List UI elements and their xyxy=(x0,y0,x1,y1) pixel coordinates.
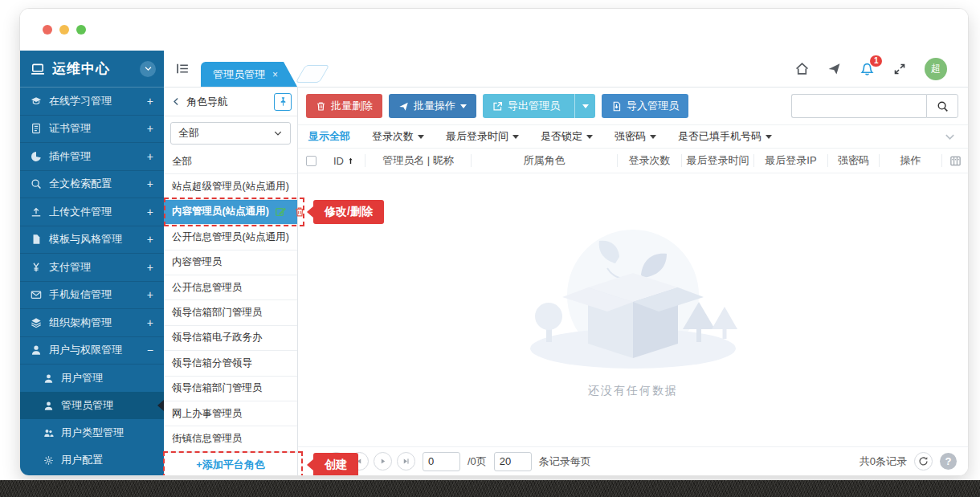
sidebar-subitem-label: 用户配置 xyxy=(61,453,103,467)
role-item[interactable]: 领导信箱电子政务办 xyxy=(164,326,297,351)
sidebar-item-payment[interactable]: 支付管理 + xyxy=(20,254,164,282)
filter-collapse-chevron[interactable] xyxy=(931,125,968,148)
page-number-input[interactable] xyxy=(423,452,460,471)
select-all-checkbox[interactable] xyxy=(306,156,316,166)
role-item[interactable]: 街镇信息管理员 xyxy=(164,426,297,451)
notification-badge: 1 xyxy=(870,55,882,67)
role-item[interactable]: 公开信息管理员(站点通用) xyxy=(164,225,297,250)
role-item[interactable]: 网上办事管理员 xyxy=(164,401,297,426)
envelope-icon xyxy=(31,289,42,300)
sidebar-subitem-label: 管理员管理 xyxy=(61,398,113,413)
sidebar-item-certificate[interactable]: 证书管理 + xyxy=(20,116,164,144)
sidebar-collapse-button[interactable] xyxy=(140,61,156,77)
role-item[interactable]: 全部 xyxy=(164,149,297,174)
trash-icon xyxy=(316,101,326,112)
sidebar-item-organization[interactable]: 组织架构管理 + xyxy=(20,309,164,337)
tab-label: 管理员管理 xyxy=(213,67,265,82)
column-last-login-time: 最后登录时间 xyxy=(682,154,754,167)
batch-operate-button[interactable]: 批量操作 xyxy=(389,94,476,118)
sidebar-subitem-admin-config[interactable]: 管理员配置 xyxy=(20,474,164,475)
chevron-down-icon xyxy=(944,131,956,143)
import-admin-button[interactable]: 导入管理员 xyxy=(602,94,688,118)
sidebar-item-sms[interactable]: 手机短信管理 + xyxy=(20,282,164,310)
notifications-bell-icon[interactable]: 1 xyxy=(860,61,875,76)
role-item[interactable]: 领导信箱部门管理员 xyxy=(164,300,297,325)
last-page-button[interactable] xyxy=(397,452,415,471)
sidebar-subitem-user-config[interactable]: 用户配置 xyxy=(20,446,164,474)
role-item[interactable]: 领导信箱部门管理员 xyxy=(164,377,297,401)
role-item-selected[interactable]: 内容管理员(站点通用) 修改/删除 xyxy=(164,200,297,225)
window-titlebar xyxy=(20,9,968,51)
sidebar-item-fulltext-search[interactable]: 全文检索配置 + xyxy=(20,171,164,199)
expand-icon: + xyxy=(147,316,153,329)
pin-button[interactable] xyxy=(274,93,292,111)
app-title: 运维中心 xyxy=(52,59,140,78)
role-item[interactable]: 公开信息管理员 xyxy=(164,275,297,300)
table-header: ID 管理员名 | 昵称 所属角色 登录次数 最后登录时间 最后登录IP 强密码… xyxy=(298,149,968,173)
export-options-button[interactable] xyxy=(574,94,595,118)
minimize-window-button[interactable] xyxy=(59,25,69,35)
role-item[interactable]: 内容管理员 xyxy=(164,251,297,275)
send-icon[interactable] xyxy=(827,62,841,75)
chevron-left-icon[interactable] xyxy=(171,96,182,107)
export-admin-button[interactable]: 导出管理员 xyxy=(483,94,570,118)
desktop-background xyxy=(0,480,980,497)
total-records-label: 共0条记录 xyxy=(860,454,907,469)
empty-box-illustration xyxy=(512,222,753,382)
sidebar-subitem-admin-management[interactable]: 管理员管理 xyxy=(20,392,164,419)
sidebar-item-label: 用户与权限管理 xyxy=(49,343,147,357)
help-icon[interactable] xyxy=(940,453,957,470)
per-page-input[interactable] xyxy=(494,452,532,471)
role-item[interactable]: 领导信箱分管领导 xyxy=(164,351,297,376)
empty-state-text: 还没有任何数据 xyxy=(588,384,678,398)
filter-last-login-time[interactable]: 最后登录时间 xyxy=(446,129,519,144)
sidebar-item-templates[interactable]: 模板与风格管理 + xyxy=(20,226,164,255)
batch-operation-icon xyxy=(398,101,409,112)
search-input[interactable] xyxy=(791,94,926,118)
role-list: 全部 站点超级管理员(站点通用) 内容管理员(站点通用) xyxy=(164,149,297,452)
filter-locked[interactable]: 是否锁定 xyxy=(541,129,593,144)
refresh-button[interactable] xyxy=(914,452,933,471)
column-settings-icon[interactable] xyxy=(942,154,968,167)
role-item[interactable]: 站点超级管理员(站点通用) xyxy=(164,174,297,199)
fullscreen-icon[interactable] xyxy=(893,63,906,75)
sidebar-subitem-user-type[interactable]: 用户类型管理 xyxy=(20,419,164,446)
column-id[interactable]: ID xyxy=(324,154,365,167)
sidebar-item-online-learning[interactable]: 在线学习管理 + xyxy=(20,88,164,116)
sidebar-item-label: 在线学习管理 xyxy=(49,94,147,108)
role-filter-select[interactable]: 全部 xyxy=(170,122,291,145)
caret-down-icon xyxy=(582,104,589,108)
delete-role-icon[interactable] xyxy=(294,206,305,218)
sidebar-item-label: 支付管理 xyxy=(49,260,147,275)
filter-strong-password[interactable]: 强密码 xyxy=(615,129,656,144)
close-window-button[interactable] xyxy=(43,25,52,35)
export-admin-split-button: 导出管理员 xyxy=(483,94,595,118)
expand-icon: + xyxy=(147,177,153,190)
new-tab-placeholder xyxy=(296,65,330,83)
menu-toggle-icon[interactable] xyxy=(164,51,201,87)
sort-ascending-icon xyxy=(346,157,355,165)
batch-delete-button[interactable]: 批量删除 xyxy=(306,94,382,118)
filter-show-all[interactable]: 显示全部 xyxy=(308,129,350,144)
sidebar-item-plugins[interactable]: 插件管理 + xyxy=(20,143,164,171)
expand-icon: + xyxy=(147,122,153,135)
edit-role-icon[interactable] xyxy=(275,206,287,218)
filter-phone-filled[interactable]: 是否已填手机号码 xyxy=(678,129,772,144)
close-icon[interactable] xyxy=(272,69,278,80)
sidebar-item-label: 证书管理 xyxy=(49,121,147,136)
laptop-icon xyxy=(31,62,45,76)
sidebar-item-upload-files[interactable]: 上传文件管理 + xyxy=(20,198,164,226)
chevron-down-icon xyxy=(273,128,283,138)
filter-login-count[interactable]: 登录次数 xyxy=(372,129,424,144)
sidebar-subitem-user-management[interactable]: 用户管理 xyxy=(20,365,164,392)
zoom-window-button[interactable] xyxy=(76,25,86,35)
sidebar-item-label: 模板与风格管理 xyxy=(49,232,147,246)
sidebar-item-users-permissions[interactable]: 用户与权限管理 − xyxy=(20,337,164,365)
home-icon[interactable] xyxy=(795,62,809,75)
tab-admin-management[interactable]: 管理员管理 xyxy=(201,62,297,87)
file-icon xyxy=(31,234,42,245)
next-page-button[interactable] xyxy=(374,452,392,471)
avatar[interactable]: 超 xyxy=(925,58,947,80)
add-platform-role-button[interactable]: +添加平台角色 创建 xyxy=(164,452,297,476)
search-button[interactable] xyxy=(926,94,958,118)
